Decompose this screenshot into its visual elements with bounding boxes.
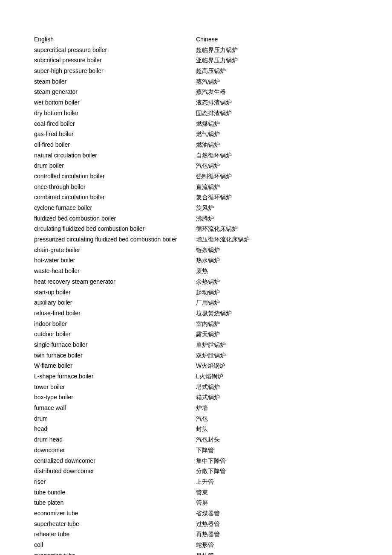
chinese-term: 起动锅炉 <box>196 287 358 298</box>
table-row: hot-water boiler热水锅炉 <box>34 256 358 266</box>
english-term: start-up boiler <box>34 287 196 298</box>
english-term: combined circulation boiler <box>34 192 196 203</box>
chinese-term: 省煤器管 <box>196 508 358 519</box>
header-chinese: Chinese <box>196 34 358 45</box>
table-row: centralized downcomer集中下降管 <box>34 456 358 466</box>
table-row: downcomer下降管 <box>34 445 358 456</box>
table-row: waste-heat boiler废热 <box>34 266 358 277</box>
chinese-term: 炉墙 <box>196 403 358 414</box>
english-term: oil-fired boiler <box>34 139 196 150</box>
header-english: English <box>34 34 196 45</box>
chinese-term: 废热 <box>196 266 358 277</box>
english-term: hot-water boiler <box>34 256 196 266</box>
chinese-term: W火焰锅炉 <box>196 361 358 372</box>
chinese-term: 超临界压力锅炉 <box>196 45 358 55</box>
table-row: head封头 <box>34 424 358 435</box>
chinese-term: 余热锅炉 <box>196 276 358 287</box>
chinese-term: 单炉膛锅炉 <box>196 340 358 350</box>
table-row: coil蛇形管 <box>34 540 358 551</box>
table-row: circulating fluidized bed combustion boi… <box>34 224 358 235</box>
table-row: tube bundle管束 <box>34 487 358 498</box>
chinese-term: 直流锅炉 <box>196 182 358 192</box>
chinese-term: 集中下降管 <box>196 456 358 466</box>
table-row: heat recovery steam generator余热锅炉 <box>34 276 358 287</box>
chinese-term: 链条锅炉 <box>196 245 358 256</box>
table-row: gas-fired boiler燃气锅炉 <box>34 129 358 140</box>
chinese-term: 蒸汽发生器 <box>196 87 358 98</box>
chinese-term: 液态排渣锅炉 <box>196 98 358 108</box>
table-row: riser上升管 <box>34 477 358 487</box>
table-row: combined circulation boiler复合循环锅炉 <box>34 192 358 203</box>
table-row: fluidized bed combustion boiler沸腾炉 <box>34 213 358 224</box>
table-row: reheater tube再热器管 <box>34 529 358 540</box>
chinese-term: 燃气锅炉 <box>196 129 358 140</box>
table-row: drum head汽包封头 <box>34 435 358 445</box>
table-row: once-through boiler直流锅炉 <box>34 182 358 192</box>
table-row: drum boiler汽包锅炉 <box>34 161 358 171</box>
table-row: pressurized circulating fluidized bed co… <box>34 235 358 245</box>
chinese-term: 分散下降管 <box>196 466 358 477</box>
chinese-term: 垃圾焚烧锅炉 <box>196 308 358 319</box>
english-term: single furnace boiler <box>34 340 196 350</box>
table-row: L-shape furnace boilerL火焰锅炉 <box>34 372 358 382</box>
chinese-term: 管束 <box>196 487 358 498</box>
table-row: single furnace boiler单炉膛锅炉 <box>34 340 358 350</box>
chinese-term: 蒸汽锅炉 <box>196 76 358 87</box>
chinese-term: 沸腾炉 <box>196 213 358 224</box>
table-row: chain-grate boiler链条锅炉 <box>34 245 358 256</box>
table-row: distributed downcomer分散下降管 <box>34 466 358 477</box>
table-row: coal-fired boiler燃煤锅炉 <box>34 119 358 129</box>
chinese-term: 增压循环流化床锅炉 <box>196 235 358 245</box>
english-term: W-flame boiler <box>34 361 196 372</box>
english-term: supporting tube <box>34 550 196 555</box>
table-row: cyclone furnace boiler旋风炉 <box>34 203 358 214</box>
table-row: tube platen管屏 <box>34 498 358 509</box>
english-term: wet bottom boiler <box>34 98 196 108</box>
chinese-term: 旋风炉 <box>196 203 358 214</box>
table-row: natural circulation boiler自然循环锅炉 <box>34 150 358 161</box>
english-term: furnace wall <box>34 403 196 414</box>
chinese-term: 超高压锅炉 <box>196 66 358 77</box>
chinese-term: 上升管 <box>196 477 358 487</box>
table-row: tower boiler塔式锅炉 <box>34 382 358 392</box>
table-row: auxiliary boiler厂用锅炉 <box>34 298 358 308</box>
english-term: auxiliary boiler <box>34 298 196 308</box>
chinese-term: 塔式锅炉 <box>196 382 358 392</box>
chinese-term: 燃煤锅炉 <box>196 119 358 129</box>
english-term: indoor boiler <box>34 319 196 329</box>
english-term: tube bundle <box>34 487 196 498</box>
table-row: supercritical pressure boiler超临界压力锅炉 <box>34 45 358 55</box>
table-row: start-up boiler起动锅炉 <box>34 287 358 298</box>
table-row: wet bottom boiler液态排渣锅炉 <box>34 98 358 108</box>
english-term: riser <box>34 477 196 487</box>
english-term: centralized downcomer <box>34 456 196 466</box>
chinese-term: L火焰锅炉 <box>196 372 358 382</box>
english-term: L-shape furnace boiler <box>34 372 196 382</box>
table-row: steam boiler蒸汽锅炉 <box>34 76 358 87</box>
english-term: superheater tube <box>34 519 196 529</box>
table-row: supporting tube吊挂管 <box>34 550 358 555</box>
chinese-term: 循环流化床锅炉 <box>196 224 358 235</box>
english-term: subcritical pressure boiler <box>34 55 196 66</box>
english-term: drum boiler <box>34 161 196 171</box>
chinese-term: 自然循环锅炉 <box>196 150 358 161</box>
table-row: W-flame boilerW火焰锅炉 <box>34 361 358 372</box>
chinese-term: 强制循环锅炉 <box>196 171 358 182</box>
english-term: fluidized bed combustion boiler <box>34 213 196 224</box>
english-term: circulating fluidized bed combustion boi… <box>34 224 196 235</box>
chinese-term: 过热器管 <box>196 519 358 529</box>
english-term: head <box>34 424 196 435</box>
table-row: drum汽包 <box>34 413 358 424</box>
header-row: English Chinese <box>34 34 358 45</box>
english-term: waste-heat boiler <box>34 266 196 277</box>
table-row: refuse-fired boiler垃圾焚烧锅炉 <box>34 308 358 319</box>
english-term: drum <box>34 413 196 424</box>
english-term: cyclone furnace boiler <box>34 203 196 214</box>
chinese-term: 复合循环锅炉 <box>196 192 358 203</box>
chinese-term: 燃油锅炉 <box>196 139 358 150</box>
english-term: supercritical pressure boiler <box>34 45 196 55</box>
english-term: pressurized circulating fluidized bed co… <box>34 235 196 245</box>
table-row: subcritical pressure boiler亚临界压力锅炉 <box>34 55 358 66</box>
table-row: indoor boiler室内锅炉 <box>34 319 358 329</box>
chinese-term: 热水锅炉 <box>196 256 358 266</box>
